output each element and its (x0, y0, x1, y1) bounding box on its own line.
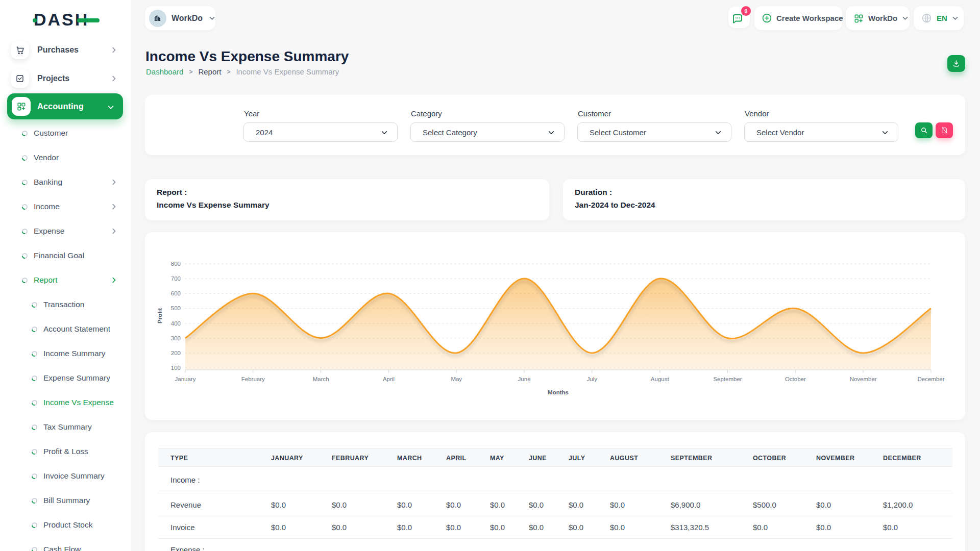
table-cell: $0.0 (816, 493, 831, 516)
filter-select-customer[interactable]: Select Customer (577, 122, 731, 142)
table-header-august: AUGUST (610, 448, 638, 467)
filter-card: Year 2024 Category Select Category Custo… (145, 95, 965, 155)
sidebar-item-profit-loss[interactable]: Profit & Loss (0, 439, 131, 464)
table-cell: $0.0 (610, 493, 625, 516)
sidebar-item-customer[interactable]: Customer (0, 121, 131, 145)
table-cell: $0.0 (816, 516, 831, 538)
filter-group-category: Category Select Category (410, 109, 565, 142)
bullet-icon (32, 522, 37, 528)
table-row-revenue: Revenue$0.0$0.0$0.0$0.0$0.0$0.0$0.0$0.0$… (158, 493, 952, 516)
sidebar-item-financial-goal[interactable]: Financial Goal (0, 243, 131, 268)
chevron-down-icon (902, 15, 909, 21)
duration-value: Jan-2024 to Dec-2024 (575, 201, 655, 210)
svg-text:200: 200 (171, 350, 181, 356)
bullet-icon (22, 180, 28, 185)
table-cell: $0.0 (610, 516, 625, 538)
apply-filter-button[interactable] (915, 122, 933, 138)
table-cell: $1,200.0 (883, 493, 913, 516)
report-card: Report : Income Vs Expense Summary (145, 179, 549, 220)
sidebar-item-expense-summary[interactable]: Expense Summary (0, 366, 131, 390)
table-cell: $6,900.0 (671, 493, 700, 516)
sidebar-item-income-vs-expense[interactable]: Income Vs Expense (0, 390, 131, 415)
check-square-icon (15, 74, 24, 83)
chevron-down-icon (548, 129, 555, 136)
brand-logo-bar (77, 18, 100, 22)
table-cell: $500.0 (753, 493, 776, 516)
svg-text:100: 100 (171, 365, 181, 371)
svg-text:July: July (587, 376, 598, 382)
table-cell: $0.0 (332, 516, 347, 538)
svg-text:400: 400 (171, 320, 181, 327)
table-header-type: TYPE (170, 448, 188, 467)
brand-logo-dot (33, 18, 37, 22)
breadcrumb-separator: > (227, 68, 230, 76)
svg-text:300: 300 (171, 335, 181, 341)
breadcrumb-report[interactable]: Report (198, 67, 221, 76)
sidebar-item-vendor[interactable]: Vendor (0, 145, 131, 170)
chevron-right-icon (110, 75, 117, 82)
table-row-label: Invoice (170, 516, 195, 538)
messages-button[interactable]: 0 (728, 7, 750, 28)
table-header-january: JANUARY (271, 448, 303, 467)
bullet-icon (32, 400, 37, 406)
table-cell: $313,320.5 (671, 516, 709, 538)
sidebar-item-projects[interactable]: Projects (0, 66, 131, 91)
table-cell: $0.0 (271, 493, 286, 516)
table-cell: $0.0 (271, 516, 286, 538)
sidebar-item-income-summary[interactable]: Income Summary (0, 341, 131, 366)
chevron-right-icon (110, 228, 117, 235)
filter-group-vendor: Vendor Select Vendor (744, 109, 898, 142)
filter-select-vendor[interactable]: Select Vendor (744, 122, 898, 142)
workspace-switcher[interactable]: WorkDo (145, 6, 215, 30)
sidebar-item-report[interactable]: Report (0, 268, 131, 292)
sidebar-item-tax-summary[interactable]: Tax Summary (0, 415, 131, 439)
workdo-menu[interactable]: WorkDo (846, 6, 910, 30)
page-title: Income Vs Expense Summary (145, 48, 349, 65)
create-workspace-button[interactable]: Create Workspace (754, 6, 842, 30)
sidebar-item-cash-flow[interactable]: Cash Flow (0, 537, 131, 551)
bullet-icon (32, 302, 37, 308)
download-button[interactable] (947, 55, 965, 72)
svg-text:December: December (917, 376, 944, 382)
svg-text:April: April (383, 376, 395, 382)
filter-select-year[interactable]: 2024 (243, 122, 398, 142)
sidebar-item-purchases[interactable]: Purchases (0, 38, 131, 62)
sidebar-item-banking[interactable]: Banking (0, 170, 131, 194)
chat-icon (731, 13, 744, 25)
breadcrumb-dashboard[interactable]: Dashboard (146, 67, 183, 76)
income-expense-table-card: TYPEJANUARYFEBRUARYMARCHAPRILMAYJUNEJULY… (145, 432, 965, 551)
profit-area-chart[interactable]: 100200300400500600700800JanuaryFebruaryM… (145, 232, 965, 420)
sidebar-item-expense[interactable]: Expense (0, 219, 131, 243)
sidebar-item-invoice-summary[interactable]: Invoice Summary (0, 464, 131, 488)
search-icon (920, 127, 928, 134)
table-cell: $0.0 (397, 516, 412, 538)
sidebar-item-transaction[interactable]: Transaction (0, 292, 131, 317)
reset-icon (941, 127, 948, 134)
sidebar: DASH Purchases Projects Accounting Custo… (0, 0, 131, 551)
reset-filter-button[interactable] (936, 122, 953, 138)
language-selector[interactable]: EN (914, 6, 964, 30)
brand-logo[interactable]: DASH (34, 8, 90, 31)
table-header-june: JUNE (529, 448, 547, 467)
bullet-icon (22, 253, 28, 259)
filter-label-year: Year (244, 109, 398, 118)
svg-text:Months: Months (548, 389, 569, 395)
chevron-down-icon (381, 129, 388, 136)
sidebar-item-income[interactable]: Income (0, 194, 131, 219)
sidebar-item-bill-summary[interactable]: Bill Summary (0, 488, 131, 513)
table-cell: $0.0 (883, 516, 898, 538)
bullet-icon (32, 351, 37, 357)
table-cell: $0.0 (397, 493, 412, 516)
sidebar-item-account-statement[interactable]: Account Statement (0, 317, 131, 341)
chevron-down-icon (209, 15, 215, 21)
report-label: Report : (157, 188, 187, 197)
sidebar-item-product-stock[interactable]: Product Stock (0, 513, 131, 537)
bullet-icon (32, 327, 37, 332)
filter-select-category[interactable]: Select Category (410, 122, 565, 142)
language-label: EN (937, 14, 947, 22)
sidebar-item-accounting[interactable]: Accounting (0, 94, 131, 119)
svg-text:February: February (241, 376, 265, 382)
workdo-label: WorkDo (868, 14, 897, 22)
table-cell: $0.0 (529, 493, 544, 516)
table-header-july: JULY (569, 448, 585, 467)
